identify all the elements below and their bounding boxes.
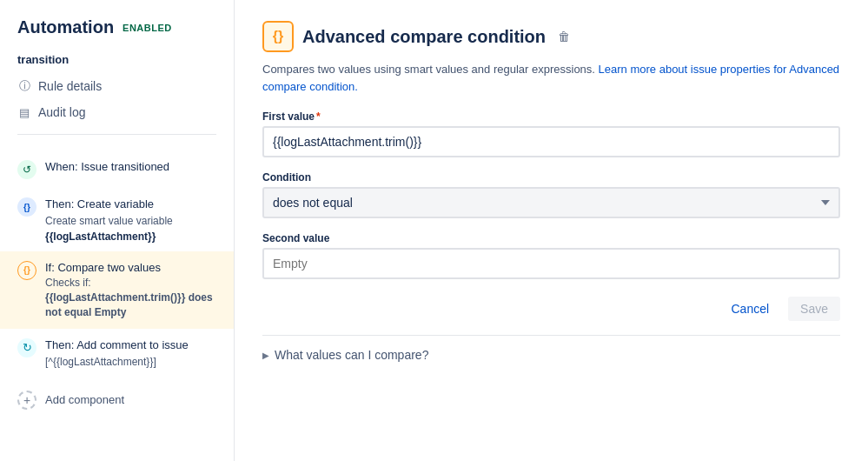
step-add-comment[interactable]: ↻ Then: Add comment to issue [^{{logLast… <box>0 329 234 378</box>
sidebar: Automation ENABLED transition ⓘ Rule det… <box>0 0 235 461</box>
app-title: Automation <box>17 17 114 37</box>
step-add-comment-content: Then: Add comment to issue [^{{logLastAt… <box>45 337 216 370</box>
step-add-comment-icon: ↻ <box>17 338 36 357</box>
first-value-input[interactable] <box>262 126 840 157</box>
nav-rule-details[interactable]: ⓘ Rule details <box>0 73 234 99</box>
first-value-group: First value * <box>262 110 840 157</box>
condition-group: Condition equals does not equal contains… <box>262 171 840 218</box>
nav-audit-log[interactable]: ▤ Audit log <box>0 99 234 125</box>
sidebar-header: Automation ENABLED <box>0 17 234 41</box>
delete-icon[interactable]: 🗑 <box>558 30 570 43</box>
nav-items: ⓘ Rule details ▤ Audit log <box>0 73 234 125</box>
condition-label: Condition <box>262 171 840 184</box>
step-when-title: When: Issue transitioned <box>45 159 216 175</box>
workflow-steps: ↺ When: Issue transitioned {} Then: Crea… <box>0 144 234 425</box>
step-create-variable-icon: {} <box>17 197 36 217</box>
collapsible-trigger[interactable]: ▶ What values can I compare? <box>262 348 840 362</box>
add-component-label: Add component <box>45 393 124 406</box>
step-add-comment-subtitle: [^{{logLastAttachment}}] <box>45 355 216 370</box>
add-component[interactable]: + Add component <box>0 382 234 418</box>
step-create-variable-subtitle1: Create smart value variable <box>45 214 216 229</box>
cancel-button[interactable]: Cancel <box>719 297 781 321</box>
collapsible-label: What values can I compare? <box>275 348 428 362</box>
step-compare-checks-label: Checks if: <box>45 277 216 289</box>
main-content: {} Advanced compare condition 🗑 Compares… <box>235 0 868 461</box>
form-actions: Cancel Save <box>262 297 840 321</box>
step-compare-content: If: Compare two values Checks if: {{logL… <box>45 260 216 320</box>
step-compare-values[interactable]: {} If: Compare two values Checks if: {{l… <box>0 251 234 329</box>
step-compare-checks-value: {{logLastAttachment.trim()}} does not eq… <box>45 291 216 320</box>
nav-audit-log-label: Audit log <box>38 105 85 119</box>
second-value-label: Second value <box>262 232 840 244</box>
section-label: transition <box>0 41 234 73</box>
step-compare-title: If: Compare two values <box>45 260 216 276</box>
step-when-issue-transitioned[interactable]: ↺ When: Issue transitioned <box>0 150 234 188</box>
step-compare-checks-strong: {{logLastAttachment.trim()}} does not eq… <box>45 291 213 318</box>
first-value-label: First value * <box>262 110 840 123</box>
panel-description-text: Compares two values using smart values a… <box>262 63 595 76</box>
sidebar-divider <box>17 134 216 135</box>
second-value-input[interactable] <box>262 248 840 279</box>
panel-header: {} Advanced compare condition 🗑 <box>262 21 840 52</box>
rule-details-icon: ⓘ <box>17 79 31 93</box>
chevron-right-icon: ▶ <box>262 351 269 360</box>
step-add-comment-title: Then: Add comment to issue <box>45 337 216 353</box>
panel-icon: {} <box>262 21 294 52</box>
nav-rule-details-label: Rule details <box>38 79 102 93</box>
second-value-group: Second value <box>262 232 840 279</box>
enabled-badge: ENABLED <box>123 23 172 33</box>
add-component-icon: + <box>17 391 36 410</box>
save-button[interactable]: Save <box>788 297 840 321</box>
step-create-variable-content: Then: Create variable Create smart value… <box>45 197 216 243</box>
step-when-icon: ↺ <box>17 160 36 179</box>
step-when-content: When: Issue transitioned <box>45 159 216 175</box>
condition-select[interactable]: equals does not equal contains does not … <box>262 187 840 218</box>
step-create-variable-title: Then: Create variable <box>45 197 216 212</box>
step-create-variable[interactable]: {} Then: Create variable Create smart va… <box>0 188 234 251</box>
step-compare-icon: {} <box>17 261 36 280</box>
audit-log-icon: ▤ <box>17 105 31 119</box>
panel-title: Advanced compare condition <box>302 27 546 47</box>
panel-description: Compares two values using smart values a… <box>262 61 840 95</box>
step-create-variable-subtitle2: {{logLastAttachment}} <box>45 230 216 243</box>
required-star: * <box>316 110 321 123</box>
collapsible-section: ▶ What values can I compare? <box>262 335 840 362</box>
